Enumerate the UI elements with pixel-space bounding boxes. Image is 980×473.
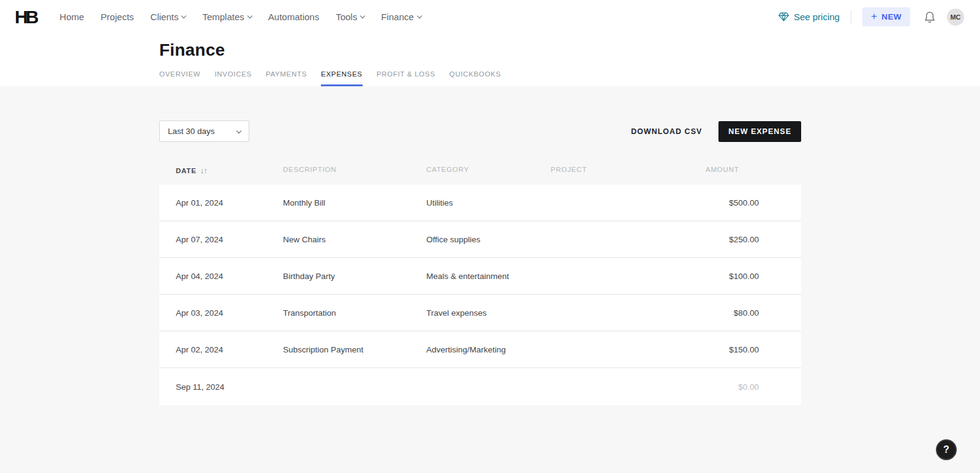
cell-category: Advertising/Marketing xyxy=(426,345,551,354)
table-row[interactable]: Sep 11, 2024 $0.00 xyxy=(159,368,801,405)
divider xyxy=(851,10,851,24)
expenses-content: Last 30 days DOWNLOAD CSV NEW EXPENSE DA… xyxy=(159,121,801,405)
avatar[interactable]: MC xyxy=(947,9,964,26)
cell-category: Utilities xyxy=(426,198,551,207)
cell-description: Monthly Bill xyxy=(283,198,426,207)
nav-item[interactable]: Projects xyxy=(100,12,134,22)
column-header-amount: AMOUNT xyxy=(706,166,801,175)
nav-item-label: Finance xyxy=(381,12,413,22)
cell-date: Sep 11, 2024 xyxy=(176,382,283,392)
cell-amount: $100.00 xyxy=(706,272,801,281)
cell-date: Apr 07, 2024 xyxy=(176,235,283,244)
cell-description: Birthday Party xyxy=(283,272,426,281)
tab[interactable]: INVOICES xyxy=(214,70,252,86)
nav-item[interactable]: Clients xyxy=(151,12,186,22)
new-expense-button[interactable]: NEW EXPENSE xyxy=(718,121,801,142)
cell-amount: $0.00 xyxy=(706,382,801,392)
nav-item-label: Home xyxy=(59,12,84,22)
nav-item[interactable]: Tools xyxy=(336,12,364,22)
download-csv-button[interactable]: DOWNLOAD CSV xyxy=(631,127,702,136)
table-row[interactable]: Apr 02, 2024 Subscription Payment Advert… xyxy=(159,332,801,368)
tab[interactable]: PAYMENTS xyxy=(266,70,307,86)
cell-description: Transportation xyxy=(283,308,426,318)
tab[interactable]: EXPENSES xyxy=(321,70,363,86)
cell-date: Apr 04, 2024 xyxy=(176,272,283,281)
cell-category: Office supplies xyxy=(426,235,551,244)
column-header-category: CATEGORY xyxy=(426,166,551,175)
table-row[interactable]: Apr 03, 2024 Transportation Travel expen… xyxy=(159,295,801,332)
page-header: Finance OVERVIEW INVOICES PAYMENTS EXPEN… xyxy=(0,34,980,86)
table-header: DATE ↓↑ DESCRIPTION CATEGORY PROJECT AMO… xyxy=(159,166,801,175)
see-pricing-label: See pricing xyxy=(794,12,840,22)
nav-item-label: Tools xyxy=(336,12,357,22)
column-header-project: PROJECT xyxy=(551,166,706,175)
chevron-down-icon xyxy=(247,13,252,18)
table-row[interactable]: Apr 07, 2024 New Chairs Office supplies … xyxy=(159,222,801,258)
notifications-bell-icon[interactable] xyxy=(924,10,936,24)
honeybook-logo[interactable]: HB xyxy=(15,7,39,28)
cell-category: Meals & entertainment xyxy=(426,272,551,281)
top-bar: HB Home Projects Clients xyxy=(0,0,980,34)
nav-item-label: Clients xyxy=(151,12,179,22)
table-controls: Last 30 days DOWNLOAD CSV NEW EXPENSE xyxy=(159,121,801,142)
expenses-table-body: Apr 01, 2024 Monthly Bill Utilities $500… xyxy=(159,185,801,405)
finance-tabs: OVERVIEW INVOICES PAYMENTS EXPENSES PROF… xyxy=(159,70,980,86)
cell-amount: $250.00 xyxy=(706,235,801,244)
table-row[interactable]: Apr 04, 2024 Birthday Party Meals & ente… xyxy=(159,258,801,295)
page-title: Finance xyxy=(159,40,980,60)
nav-item[interactable]: Templates xyxy=(202,12,251,22)
nav-item[interactable]: Automations xyxy=(268,12,319,22)
cell-description: Subscription Payment xyxy=(283,345,426,354)
nav-item-label: Projects xyxy=(100,12,134,22)
column-header-description: DESCRIPTION xyxy=(283,166,426,175)
new-button[interactable]: + NEW xyxy=(862,7,910,26)
chevron-down-icon xyxy=(360,13,365,18)
column-header-date[interactable]: DATE ↓↑ xyxy=(176,166,283,175)
chevron-down-icon xyxy=(236,128,241,133)
cell-date: Apr 01, 2024 xyxy=(176,198,283,207)
table-row[interactable]: Apr 01, 2024 Monthly Bill Utilities $500… xyxy=(159,185,801,222)
new-button-label: NEW xyxy=(881,12,902,21)
cell-date: Apr 02, 2024 xyxy=(176,345,283,354)
chevron-down-icon xyxy=(181,13,186,18)
nav-item[interactable]: Home xyxy=(59,12,84,22)
cell-amount: $500.00 xyxy=(706,198,801,207)
gem-icon xyxy=(778,12,789,21)
tab[interactable]: OVERVIEW xyxy=(159,70,200,86)
help-button[interactable]: ? xyxy=(936,439,957,460)
tab[interactable]: PROFIT & LOSS xyxy=(377,70,435,86)
top-bar-right: See pricing + NEW MC xyxy=(778,7,964,26)
nav-item[interactable]: New Finance xyxy=(381,12,421,22)
tab[interactable]: QUICKBOOKS xyxy=(450,70,501,86)
date-range-value: Last 30 days xyxy=(168,127,215,136)
cell-category: Travel expenses xyxy=(426,308,551,318)
nav-item-label: Automations xyxy=(268,12,319,22)
plus-icon: + xyxy=(871,11,877,21)
date-column-label: DATE xyxy=(176,167,197,174)
cell-amount: $80.00 xyxy=(706,308,801,318)
date-range-select[interactable]: Last 30 days xyxy=(159,121,249,142)
sort-icon: ↓↑ xyxy=(200,166,207,175)
see-pricing-link[interactable]: See pricing xyxy=(778,12,840,22)
cell-amount: $150.00 xyxy=(706,345,801,354)
cell-date: Apr 03, 2024 xyxy=(176,308,283,318)
main-nav: Home Projects Clients Templates xyxy=(59,12,421,22)
chevron-down-icon xyxy=(417,13,421,18)
cell-description: New Chairs xyxy=(283,235,426,244)
nav-item-label: Templates xyxy=(202,12,244,22)
